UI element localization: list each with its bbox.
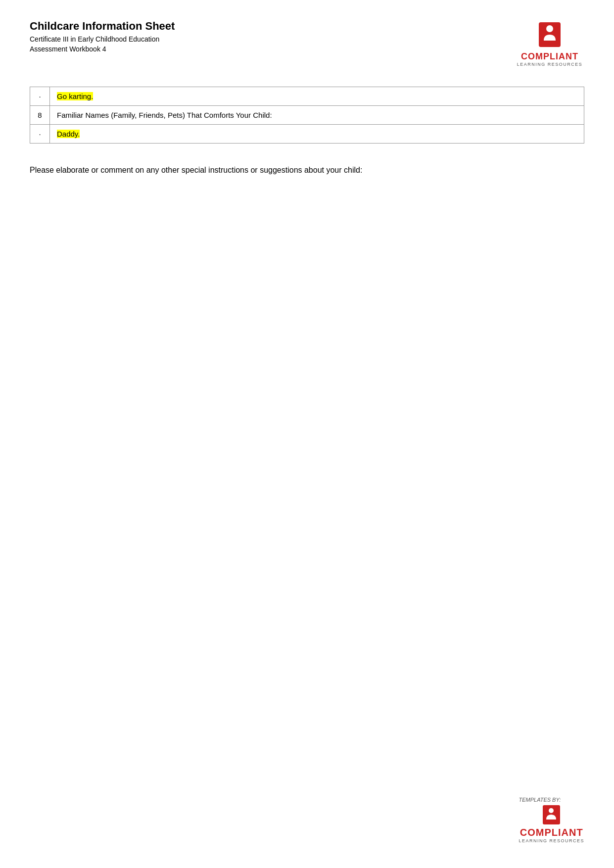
table-cell-content: Familiar Names (Family, Friends, Pets) T… xyxy=(50,106,584,125)
footer-logo-icon xyxy=(540,804,563,826)
info-table: · Go karting. 8 Familiar Names (Family, … xyxy=(30,87,584,144)
table-cell-marker: 8 xyxy=(30,106,50,125)
highlighted-text: Daddy. xyxy=(57,130,80,138)
svg-point-1 xyxy=(546,25,553,32)
highlighted-text: Go karting. xyxy=(57,92,93,100)
table-cell-marker: · xyxy=(30,87,50,106)
header: Childcare Information Sheet Certificate … xyxy=(30,20,584,72)
svg-point-4 xyxy=(549,808,554,813)
footer-templates-by: TEMPLATES BY: xyxy=(519,797,561,803)
logo-learning-text: LEARNING RESOURCES xyxy=(517,62,583,67)
body-paragraph: Please elaborate or comment on any other… xyxy=(30,163,584,178)
compliant-logo-icon xyxy=(535,20,565,49)
svg-rect-2 xyxy=(546,42,554,43)
page-title: Childcare Information Sheet xyxy=(30,20,515,33)
page-container: Childcare Information Sheet Certificate … xyxy=(0,0,614,868)
table-row: · Daddy. xyxy=(30,125,584,144)
table-row: 8 Familiar Names (Family, Friends, Pets)… xyxy=(30,106,584,125)
logo-compliant-text: COMPLIANT xyxy=(521,51,578,62)
table-cell-content: Daddy. xyxy=(50,125,584,144)
footer-compliant-text: COMPLIANT xyxy=(520,827,583,838)
table-cell-marker: · xyxy=(30,125,50,144)
logo-container: COMPLIANT LEARNING RESOURCES xyxy=(515,20,584,67)
footer: TEMPLATES BY: COMPLIANT LEARNING RESOURC… xyxy=(519,797,584,843)
table-row: · Go karting. xyxy=(30,87,584,106)
header-subtitle-line2: Assessment Workbook 4 xyxy=(30,45,515,54)
footer-learning-text: LEARNING RESOURCES xyxy=(519,838,584,843)
header-subtitle-line1: Certificate III in Early Childhood Educa… xyxy=(30,35,515,45)
table-cell-content: Go karting. xyxy=(50,87,584,106)
header-text: Childcare Information Sheet Certificate … xyxy=(30,20,515,54)
